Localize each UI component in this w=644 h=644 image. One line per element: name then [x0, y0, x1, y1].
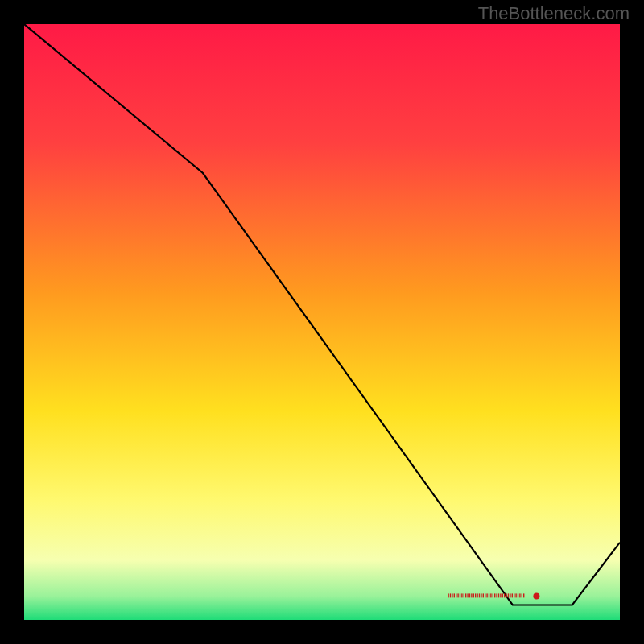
annotation-mark [475, 593, 476, 597]
annotation-mark [512, 593, 513, 597]
annotation-mark [508, 593, 509, 597]
annotation-mark [500, 593, 501, 597]
annotation-mark [456, 593, 456, 597]
annotation-mark [494, 593, 495, 597]
annotation-mark [464, 593, 464, 597]
chart-svg [24, 24, 620, 620]
annotation-mark [506, 593, 506, 597]
annotation-mark [457, 593, 458, 597]
annotation-mark [481, 593, 481, 597]
annotation-mark [510, 593, 510, 597]
annotation-mark [518, 593, 518, 597]
annotation-mark [514, 593, 514, 597]
annotation-mark [467, 593, 468, 597]
annotation-mark [450, 593, 451, 597]
annotation-mark [502, 593, 503, 597]
annotation-mark [515, 593, 516, 597]
annotation-mark [452, 593, 452, 597]
annotation-mark [448, 593, 448, 597]
annotation-mark [469, 593, 470, 597]
annotation-mark [489, 593, 489, 597]
annotation-mark [454, 593, 455, 597]
annotation-mark [523, 593, 524, 597]
annotation-mark [498, 593, 499, 597]
annotation-mark [473, 593, 474, 597]
annotation-mark [496, 593, 497, 597]
gradient-background [24, 24, 620, 620]
chart-container: TheBottleneck.com [0, 0, 644, 644]
annotation-mark [483, 593, 484, 597]
annotation-mark [504, 593, 505, 597]
annotation-mark [460, 593, 460, 597]
optimum-point [533, 592, 539, 599]
annotation-mark [519, 593, 520, 597]
plot-area [24, 24, 620, 620]
annotation-mark [486, 593, 487, 597]
annotation-mark [493, 593, 493, 597]
annotation-mark [465, 593, 466, 597]
annotation-mark [490, 593, 491, 597]
watermark-text: TheBottleneck.com [478, 3, 630, 24]
annotation-mark [485, 593, 485, 597]
annotation-mark [522, 593, 522, 597]
annotation-mark [477, 593, 477, 597]
annotation-mark [471, 593, 472, 597]
annotation-mark [479, 593, 480, 597]
annotation-mark [461, 593, 462, 597]
